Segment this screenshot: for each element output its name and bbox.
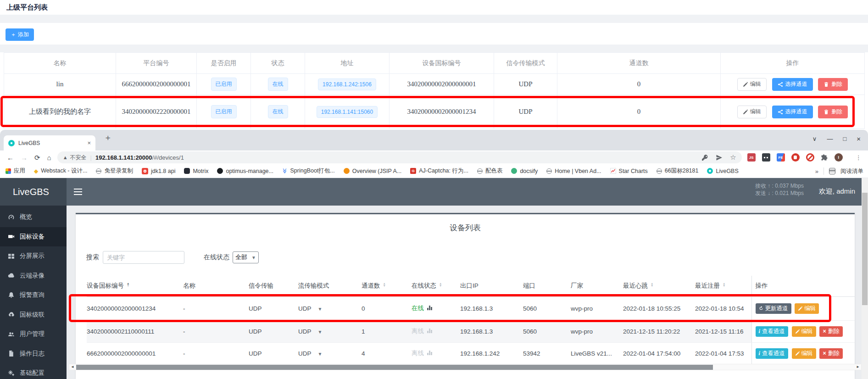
online-status-link[interactable]: 在线 (412, 305, 424, 312)
home-icon[interactable]: ⌂ (47, 154, 51, 161)
view-channels-button[interactable]: i查看通道 (756, 326, 788, 337)
edit-button[interactable]: 编辑 (792, 348, 816, 359)
vertical-scrollbar[interactable] (862, 178, 868, 379)
bookmark-palette[interactable]: 配色表 (477, 167, 503, 175)
select-channel-button[interactable]: 选择通道 (772, 78, 813, 91)
bookmark-motrix[interactable]: Motrix (184, 168, 208, 174)
transport-mode: UDP (494, 95, 557, 129)
bookmark-copy[interactable]: 免登录复制 (96, 167, 133, 175)
reload-icon[interactable]: ⟳ (34, 154, 40, 161)
security-label[interactable]: 不安全 (70, 154, 87, 162)
sidebar-item-gb-cascade[interactable]: 国标级联 (0, 305, 67, 325)
bookmark-livegbs[interactable]: LiveGBS (707, 168, 738, 174)
sort-icon[interactable]: ▲▼ (383, 282, 386, 287)
browser-tab[interactable]: LiveGBS × (4, 135, 95, 150)
col-heartbeat[interactable]: 最近心跳▲▼ (623, 276, 695, 296)
tab-close-icon[interactable]: × (87, 139, 91, 146)
update-channels-button[interactable]: 更新通道 (756, 303, 791, 314)
sort-icon[interactable]: ▲▼ (723, 282, 725, 287)
refresh-icon (759, 306, 763, 311)
scroll-right-icon[interactable]: ► (855, 364, 861, 370)
bookmark-webstack[interactable]: ◆Webstack - 设计... (34, 167, 87, 175)
sidebar-toggle-icon[interactable] (74, 189, 82, 195)
col-registered[interactable]: 最近注册▲▼ (695, 276, 751, 296)
adblock-hand-icon[interactable] (791, 153, 800, 162)
bookmarks-overflow-chevron[interactable]: » (815, 168, 818, 175)
horizontal-scrollbar[interactable]: ◄ ► (69, 364, 862, 370)
tab-search-chevron-icon[interactable]: ∨ (812, 135, 817, 142)
welcome-user[interactable]: 欢迎, admin (819, 187, 855, 196)
profile-avatar[interactable]: I (835, 153, 843, 162)
sidebar-item-gb-devices[interactable]: 国标设备 (0, 227, 67, 247)
bookmark-aj-captcha[interactable]: GAJ-Captcha: 行为... (410, 167, 468, 175)
delete-button[interactable]: 删除 (818, 78, 848, 91)
offline-status[interactable]: 离线 (412, 328, 424, 334)
device-gb-id: 34020000002000001234 (87, 296, 183, 320)
sort-icon[interactable]: ▲▼ (651, 282, 653, 287)
col-online-status[interactable]: 在线状态▲▼ (412, 276, 460, 296)
sidebar-item-user-management[interactable]: 用户管理 (0, 324, 67, 344)
col-signal: 信令传输 (249, 276, 298, 296)
forward-icon[interactable]: → (21, 154, 28, 161)
search-input[interactable] (103, 251, 184, 264)
maximize-icon[interactable]: □ (843, 135, 846, 142)
online-status-select[interactable]: 全部▼ (233, 251, 259, 263)
stream-mode-dropdown[interactable]: UDP▼ (298, 342, 362, 364)
bookmark-apps[interactable]: 应用 (6, 167, 25, 175)
globe-icon (657, 168, 662, 174)
sort-icon[interactable]: ▲▼ (127, 282, 129, 287)
bandwidth-chart-icon[interactable] (427, 306, 432, 310)
bookmark-vben[interactable]: Home | Vben Ad... (546, 168, 601, 174)
delete-button[interactable]: ×删除 (819, 348, 842, 359)
new-tab-button[interactable]: ＋ (104, 132, 112, 143)
horizontal-scrollbar-thumb[interactable] (76, 365, 713, 370)
vertical-scrollbar-thumb[interactable] (862, 193, 868, 305)
send-icon[interactable] (716, 154, 723, 161)
stream-mode-dropdown[interactable]: UDP▼ (298, 296, 362, 320)
close-icon[interactable]: × (857, 135, 861, 143)
app-logo[interactable]: LiveGBS (0, 178, 67, 206)
bookmark-gb28181[interactable]: 66国标28181 (657, 167, 699, 175)
edit-button[interactable]: 编辑 (795, 303, 819, 314)
blocker-nosign-icon[interactable] (806, 153, 814, 162)
bookmark-springboot[interactable]: ≫SpringBoot打包... (282, 167, 335, 175)
view-channels-button[interactable]: i查看通道 (756, 348, 788, 359)
back-icon[interactable]: ← (7, 154, 14, 161)
password-key-icon[interactable] (701, 154, 708, 161)
puzzle-extensions-icon[interactable] (821, 154, 828, 161)
sidebar-item-cloud-record[interactable]: 云端录像 (0, 266, 67, 286)
bookmark-star-icon[interactable]: ☆ (730, 153, 736, 162)
delete-button[interactable]: 删除 (818, 106, 848, 118)
minimize-icon[interactable]: — (827, 135, 833, 142)
select-channel-button[interactable]: 选择通道 (772, 106, 813, 118)
stream-mode-dropdown[interactable]: UDP▼ (298, 320, 362, 342)
sidebar-item-operation-log[interactable]: 操作日志 (0, 344, 67, 364)
edit-button[interactable]: 编辑 (792, 326, 816, 337)
sidebar-item-split-screen[interactable]: 分屏展示 (0, 246, 67, 266)
delete-button[interactable]: ×删除 (819, 326, 842, 337)
sort-icon[interactable]: ▲▼ (439, 282, 442, 287)
sidebar-item-overview[interactable]: 概览 (0, 207, 67, 227)
bookmark-jdk-api[interactable]: jdk1.8 api (142, 168, 176, 174)
bookmark-jsip[interactable]: Overview (JSIP A... (344, 168, 401, 174)
edit-button[interactable]: 编辑 (737, 78, 767, 91)
add-platform-button[interactable]: ＋添加 (6, 28, 34, 41)
js-extension-icon[interactable]: JS (747, 153, 756, 162)
browser-menu-icon[interactable]: ⋮ (856, 154, 862, 161)
bookmark-docsify[interactable]: docsify (511, 168, 538, 174)
offline-status[interactable]: 离线 (412, 350, 424, 357)
address-bar[interactable]: ▲ 不安全 | 192.168.1.141:20000 /#/devices/1… (57, 151, 742, 163)
sidebar-item-basic-config[interactable]: 基础配置 (0, 363, 67, 379)
incognito-extension-icon[interactable] (762, 153, 770, 162)
bookmark-optimus[interactable]: optimus-manage... (217, 168, 273, 174)
reading-list-button[interactable]: 阅读清单 (840, 167, 863, 175)
scroll-left-icon[interactable]: ◄ (69, 364, 76, 370)
sidebar-item-alarm-query[interactable]: 报警查询 (0, 285, 67, 305)
docsify-icon (511, 168, 517, 174)
col-channels[interactable]: 通道数▲▼ (362, 276, 412, 296)
device-list-title: 设备列表 (76, 223, 855, 233)
edit-button[interactable]: 编辑 (737, 106, 767, 118)
bookmark-star-charts[interactable]: Star Charts (610, 168, 648, 174)
col-gb-id[interactable]: 设备国标编号▲▼ (87, 276, 183, 296)
fe-extension-icon[interactable]: FE (777, 153, 785, 162)
